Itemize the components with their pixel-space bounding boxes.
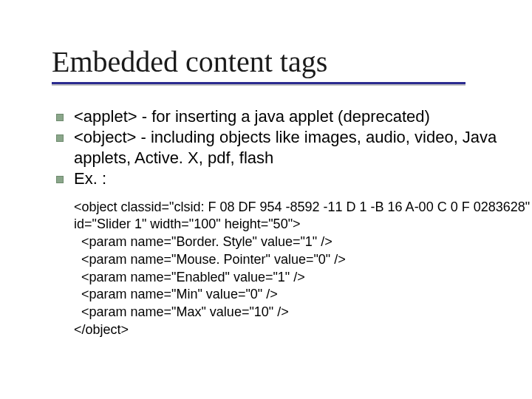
- list-item: <applet> - for inserting a java applet (…: [52, 106, 502, 127]
- slide-title: Embedded content tags: [52, 44, 502, 79]
- bullet-text: <applet> - for inserting a java applet (…: [74, 107, 430, 126]
- slide: Embedded content tags <applet> - for ins…: [0, 0, 532, 399]
- list-item: Ex. :: [52, 168, 502, 189]
- slide-body: <applet> - for inserting a java applet (…: [52, 106, 502, 339]
- bullet-list: <applet> - for inserting a java applet (…: [52, 106, 502, 190]
- code-example: <object classid="clsid: F 08 DF 954 -859…: [52, 199, 502, 339]
- title-area: Embedded content tags: [52, 44, 502, 86]
- list-item: <object> - including objects like images…: [52, 127, 502, 168]
- bullet-text: Ex. :: [74, 169, 106, 188]
- title-rule-light: [52, 84, 466, 86]
- bullet-text: <object> - including objects like images…: [74, 128, 497, 167]
